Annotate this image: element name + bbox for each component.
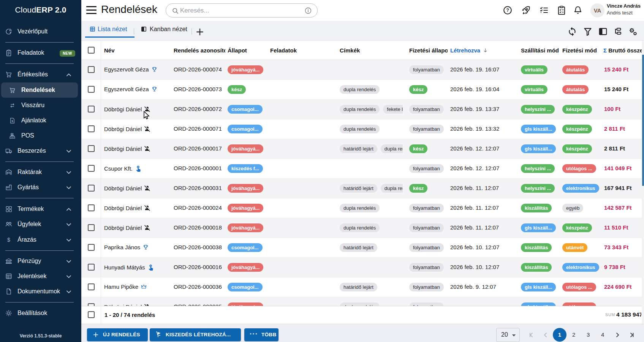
svg-text:?: ? xyxy=(506,8,509,13)
svg-text:$: $ xyxy=(7,237,10,243)
svg-text:$: $ xyxy=(12,120,13,123)
